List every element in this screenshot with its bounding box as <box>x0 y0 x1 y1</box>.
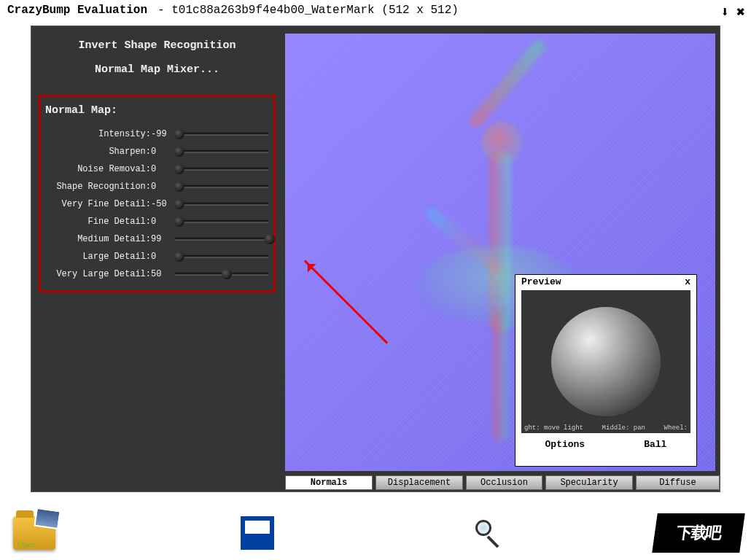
slider-value: 0 <box>151 252 171 262</box>
slider-track[interactable] <box>174 185 269 188</box>
slider-label: Fine Detail: <box>45 217 151 227</box>
slider-value: 0 <box>151 182 171 192</box>
bottom-toolbar: Open Save 下载吧 <box>0 510 751 556</box>
preview-title: Preview <box>521 276 561 287</box>
slider-row-shape-recognition: Shape Recognition:0 <box>45 178 269 195</box>
preview-ball[interactable] <box>551 307 661 416</box>
download-arrow-icon[interactable]: ⬇ <box>720 3 729 21</box>
left-panel: Invert Shape Recognition Normal Map Mixe… <box>31 26 283 491</box>
tab-occlusion[interactable]: Occlusion <box>466 475 542 490</box>
normal-map-title: Normal Map: <box>45 104 269 117</box>
slider-row-fine-detail: Fine Detail:0 <box>45 213 269 230</box>
magnifier-button[interactable] <box>474 518 503 548</box>
watermark-logo: 下载吧 <box>655 513 742 553</box>
slider-track[interactable] <box>174 220 269 223</box>
folder-icon: Open <box>13 516 55 550</box>
preview-close-icon[interactable]: x <box>685 276 690 287</box>
slider-row-large-detail: Large Detail:0 <box>45 248 269 265</box>
app-title: CrazyBump Evaluation <box>7 4 147 17</box>
slider-label: Medium Detail: <box>45 234 151 244</box>
slider-row-intensity: Intensity:-99 <box>45 125 269 143</box>
title-bar: CrazyBump Evaluation - t01c88a263b9f4e4b… <box>0 0 751 20</box>
preview-options-button[interactable]: Options <box>545 439 585 450</box>
preview-ball-button[interactable]: Ball <box>644 439 666 450</box>
slider-value: 0 <box>151 147 171 157</box>
slider-knob[interactable] <box>174 147 184 157</box>
slider-value: -99 <box>151 129 171 139</box>
hint-pan: Middle: pan <box>602 424 645 432</box>
open-label: Open <box>17 540 35 548</box>
title-bar-icons: ⬇ ✖ <box>720 3 745 21</box>
slider-label: Large Detail: <box>45 252 151 262</box>
slider-track[interactable] <box>174 133 269 136</box>
slider-row-noise-removal: Noise Removal:0 <box>45 160 269 178</box>
slider-row-medium-detail: Medium Detail:99 <box>45 230 269 248</box>
invert-shape-recognition-button[interactable]: Invert Shape Recognition <box>39 34 276 58</box>
slider-track[interactable] <box>174 168 269 171</box>
slider-knob[interactable] <box>174 252 184 262</box>
save-button[interactable]: Save <box>241 516 274 550</box>
slider-row-very-fine-detail: Very Fine Detail:-50 <box>45 195 269 213</box>
slider-label: Noise Removal: <box>45 164 151 174</box>
slider-knob[interactable] <box>222 269 232 279</box>
tab-specularity[interactable]: Specularity <box>545 475 633 490</box>
slider-label: Shape Recognition: <box>45 182 151 192</box>
slider-row-very-large-detail: Very Large Detail:50 <box>45 265 269 283</box>
open-button[interactable]: Open <box>13 516 55 550</box>
slider-knob[interactable] <box>174 217 184 227</box>
preview-3d-viewport[interactable]: ght: move light Middle: pan Wheel: <box>521 290 690 433</box>
normal-map-panel: Normal Map: Intensity:-99Sharpen:0Noise … <box>39 95 276 292</box>
tab-displacement[interactable]: Displacement <box>376 475 463 490</box>
slider-knob[interactable] <box>174 182 184 192</box>
slider-value: 50 <box>151 269 171 279</box>
slider-track[interactable] <box>174 238 269 241</box>
normal-map-mixer-button[interactable]: Normal Map Mixer... <box>39 58 276 82</box>
slider-label: Very Large Detail: <box>45 269 151 279</box>
slider-track[interactable] <box>174 255 269 258</box>
tab-diffuse[interactable]: Diffuse <box>636 475 720 490</box>
hint-light: ght: move light <box>524 424 583 432</box>
preview-hints: ght: move light Middle: pan Wheel: <box>524 424 688 432</box>
floppy-icon: Save <box>241 516 274 550</box>
slider-value: 0 <box>151 217 171 227</box>
slider-knob[interactable] <box>174 199 184 209</box>
close-icon[interactable]: ✖ <box>736 3 745 21</box>
logo-text: 下载吧 <box>652 513 745 553</box>
slider-label: Sharpen: <box>45 147 151 157</box>
slider-value: 99 <box>151 234 171 244</box>
slider-track[interactable] <box>174 203 269 206</box>
preview-window[interactable]: Preview x ght: move light Middle: pan Wh… <box>515 274 697 467</box>
slider-track[interactable] <box>174 273 269 276</box>
slider-value: -50 <box>151 199 171 209</box>
slider-label: Intensity: <box>45 129 151 139</box>
slider-label: Very Fine Detail: <box>45 199 151 209</box>
save-label: Save <box>246 521 265 529</box>
slider-row-sharpen: Sharpen:0 <box>45 143 269 160</box>
tab-normals[interactable]: Normals <box>285 475 373 490</box>
hint-wheel: Wheel: <box>664 424 688 432</box>
magnifier-icon <box>474 518 503 548</box>
map-tabs: NormalsDisplacementOcclusionSpecularityD… <box>285 475 720 490</box>
file-title: - t01c88a263b9f4e4b00_WaterMark (512 x 5… <box>157 4 459 17</box>
slider-knob[interactable] <box>265 234 275 244</box>
slider-track[interactable] <box>174 150 269 153</box>
slider-knob[interactable] <box>174 129 184 139</box>
slider-value: 0 <box>151 164 171 174</box>
slider-knob[interactable] <box>174 164 184 174</box>
